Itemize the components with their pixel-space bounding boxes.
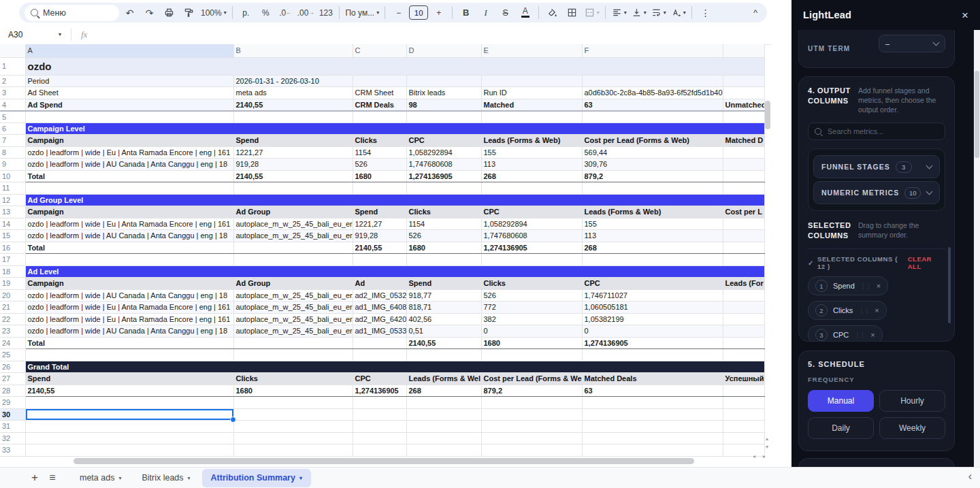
strikethrough-button[interactable]: S bbox=[496, 5, 514, 21]
cell-A7[interactable]: Campaign bbox=[25, 135, 233, 147]
cell-D21[interactable]: 818,71 bbox=[406, 302, 481, 314]
cell-E32[interactable] bbox=[481, 432, 582, 444]
section-header-cell-row18[interactable]: Ad Level bbox=[25, 265, 764, 278]
cell-C15[interactable]: 919,28 bbox=[353, 230, 406, 242]
cell-G30[interactable] bbox=[723, 408, 764, 421]
accordion-numeric-metrics[interactable]: NUMERIC METRICS10 bbox=[813, 181, 940, 204]
paint-format-button[interactable] bbox=[180, 5, 198, 21]
horizontal-align-button[interactable]: ▾ bbox=[610, 5, 628, 21]
cell-F23[interactable]: 0 bbox=[582, 325, 723, 338]
row-header-1[interactable]: 1 bbox=[0, 57, 25, 75]
redo-button[interactable]: ↷ bbox=[140, 5, 159, 21]
cell-E8[interactable]: 155 bbox=[481, 146, 582, 159]
cell-E3[interactable]: Run ID bbox=[481, 87, 582, 99]
row-header-11[interactable]: 11 bbox=[0, 182, 25, 195]
cell-G7[interactable]: Matched D bbox=[723, 135, 764, 147]
cell-D10[interactable]: 1,274136905 bbox=[406, 170, 481, 182]
row-header-12[interactable]: 12 bbox=[0, 194, 25, 206]
fill-color-button[interactable] bbox=[543, 5, 561, 21]
cell-D14[interactable]: 1154 bbox=[406, 218, 481, 230]
cell-A32[interactable] bbox=[25, 432, 233, 444]
drag-handle-icon[interactable]: ⋮⋮ bbox=[860, 282, 871, 289]
cell-F2[interactable] bbox=[582, 75, 723, 87]
sheet-tab-meta-ads[interactable]: meta ads▾ bbox=[71, 469, 130, 487]
cell-B10[interactable]: 2140,55 bbox=[233, 170, 353, 182]
cell-B16[interactable] bbox=[233, 242, 353, 254]
increase-decimal-button[interactable]: .00→ bbox=[296, 5, 316, 21]
cell-C10[interactable]: 1680 bbox=[353, 170, 406, 182]
cell-E24[interactable]: 1680 bbox=[481, 337, 582, 349]
cell-D7[interactable]: CPC bbox=[406, 135, 481, 147]
selected-column-pill-3[interactable]: 3CPC⋮⋮× bbox=[808, 325, 883, 342]
cell-E29[interactable] bbox=[481, 397, 582, 409]
column-header-D[interactable]: D bbox=[406, 44, 481, 57]
cell-G4[interactable]: Unmatched bbox=[723, 99, 764, 111]
cell-D15[interactable]: 526 bbox=[406, 230, 481, 242]
row-header-7[interactable]: 7 bbox=[0, 135, 25, 147]
frequency-daily-button[interactable]: Daily bbox=[808, 417, 874, 439]
cell-D30[interactable] bbox=[406, 408, 481, 421]
cell-F25[interactable] bbox=[582, 349, 723, 361]
cell-G17[interactable] bbox=[723, 254, 764, 266]
row-header-22[interactable]: 22 bbox=[0, 313, 25, 325]
cell-A25[interactable] bbox=[25, 349, 233, 361]
cell-C11[interactable] bbox=[353, 182, 406, 195]
increase-font-size-button[interactable]: + bbox=[429, 5, 448, 21]
remove-pill-button[interactable]: × bbox=[870, 331, 875, 339]
bold-button[interactable]: B bbox=[457, 5, 475, 21]
cell-G25[interactable] bbox=[723, 349, 764, 361]
cell-F8[interactable]: 569,44 bbox=[582, 146, 723, 159]
cell-E2[interactable] bbox=[481, 75, 582, 87]
cell-G27[interactable]: Успешный bbox=[723, 373, 764, 385]
horizontal-scrollbar[interactable] bbox=[74, 458, 694, 464]
cell-A11[interactable] bbox=[25, 182, 233, 195]
drag-handle-icon[interactable]: ⋮⋮ bbox=[858, 307, 869, 314]
row-header-31[interactable]: 31 bbox=[0, 421, 25, 433]
cell-G8[interactable] bbox=[723, 146, 764, 159]
italic-button[interactable]: I bbox=[476, 5, 495, 21]
cell-G21[interactable] bbox=[723, 302, 764, 314]
cell-A17[interactable] bbox=[25, 254, 233, 266]
cell-C33[interactable] bbox=[353, 444, 406, 457]
cell-B8[interactable]: 1221,27 bbox=[233, 146, 353, 159]
cell-F32[interactable] bbox=[582, 432, 723, 444]
cell-C20[interactable]: ad2_IMG_0532 bbox=[353, 289, 406, 302]
cell-B25[interactable] bbox=[233, 349, 353, 361]
decrease-decimal-button[interactable]: .0← bbox=[276, 5, 295, 21]
cell-E16[interactable]: 1,274136905 bbox=[481, 242, 582, 254]
row-header-18[interactable]: 18 bbox=[0, 265, 25, 278]
cell-E28[interactable]: 879,2 bbox=[481, 385, 582, 397]
cell-F17[interactable] bbox=[582, 254, 723, 266]
cell-B32[interactable] bbox=[233, 432, 353, 444]
cell-E15[interactable]: 1,747680608 bbox=[481, 230, 582, 242]
row-header-13[interactable]: 13 bbox=[0, 206, 25, 218]
utm-term-select[interactable]: – bbox=[879, 35, 945, 52]
print-button[interactable] bbox=[160, 5, 178, 21]
cell-C31[interactable] bbox=[353, 421, 406, 433]
panel-scrollbar-track[interactable] bbox=[974, 30, 980, 467]
menu-search-button[interactable]: Меню bbox=[24, 5, 119, 21]
cell-E21[interactable]: 772 bbox=[481, 302, 582, 314]
cell-D9[interactable]: 1,747680608 bbox=[406, 159, 481, 171]
cell-E22[interactable]: 382 bbox=[481, 313, 582, 325]
cell-F20[interactable]: 1,746711027 bbox=[582, 289, 723, 302]
cell-D33[interactable] bbox=[406, 444, 481, 457]
cell-D8[interactable]: 1,058292894 bbox=[406, 146, 481, 159]
cell-G11[interactable] bbox=[723, 182, 764, 195]
cell-B2[interactable]: 2026-01-31 - 2026-03-10 bbox=[233, 75, 353, 87]
scroll-down-button[interactable]: ▾ bbox=[766, 444, 768, 450]
cell-F22[interactable]: 1,05382199 bbox=[582, 313, 723, 325]
all-sheets-button[interactable]: ≡ bbox=[44, 472, 61, 484]
sheet-tab-attribution-summary[interactable]: Attribution Summary▾ bbox=[202, 469, 311, 487]
cell-C27[interactable]: CPC bbox=[353, 373, 406, 385]
cell-G14[interactable] bbox=[723, 218, 764, 230]
cell-E30[interactable] bbox=[481, 408, 582, 421]
cell-C17[interactable] bbox=[353, 254, 406, 266]
row-header-8[interactable]: 8 bbox=[0, 146, 25, 159]
row-header-17[interactable]: 17 bbox=[0, 254, 25, 266]
selected-column-pill-1[interactable]: 1Spend⋮⋮× bbox=[808, 276, 888, 295]
cell-A20[interactable]: ozdo | leadform | wide | AU Canada | Ant… bbox=[25, 289, 233, 302]
cell-D20[interactable]: 918,77 bbox=[406, 289, 481, 302]
cell-B23[interactable]: autoplace_m_w_25_45_bali_eu_er bbox=[233, 325, 353, 338]
frequency-hourly-button[interactable]: Hourly bbox=[879, 390, 945, 412]
